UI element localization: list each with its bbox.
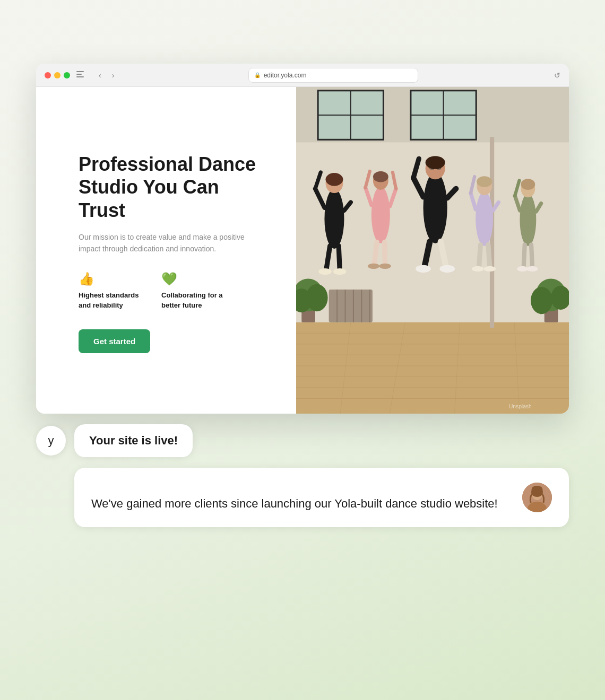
svg-point-81	[521, 179, 535, 190]
feature-item-2: 💚 Collaborating for a better future	[161, 272, 225, 310]
svg-point-79	[520, 194, 536, 246]
url-text: editor.yola.com	[264, 72, 307, 79]
svg-line-76	[488, 245, 490, 268]
svg-point-61	[426, 156, 445, 169]
forward-button[interactable]: ›	[110, 71, 117, 80]
back-button[interactable]: ‹	[97, 71, 103, 80]
svg-point-44	[333, 268, 347, 275]
website-right-panel: Unsplash	[296, 87, 569, 414]
minimize-button[interactable]	[54, 72, 60, 78]
svg-point-71	[477, 176, 492, 187]
svg-point-47	[373, 171, 388, 182]
svg-point-67	[416, 265, 431, 273]
close-button[interactable]	[45, 72, 51, 78]
svg-point-27	[531, 287, 552, 314]
svg-line-53	[385, 242, 385, 265]
svg-point-54	[368, 264, 380, 269]
svg-line-75	[479, 245, 480, 268]
site-live-text: Your site is live!	[89, 434, 178, 447]
svg-point-55	[379, 264, 391, 269]
features-row: 👍 Highest standards and reliability 💚 Co…	[79, 272, 264, 310]
svg-point-78	[484, 266, 496, 272]
sidebar-toggle-icon[interactable]	[76, 71, 88, 80]
svg-point-43	[318, 268, 332, 275]
site-live-bubble: Your site is live!	[74, 424, 193, 457]
dance-scene-image: Unsplash	[296, 87, 569, 414]
browser-content: Professional Dance Studio You Can Trust …	[36, 87, 569, 414]
page-title: Professional Dance Studio You Can Trust	[79, 153, 264, 222]
svg-line-52	[374, 242, 377, 265]
browser-window: ‹ › 🔒 editor.yola.com ↺ Professional Dan…	[36, 64, 569, 414]
svg-point-56	[424, 172, 447, 243]
chat-area: y Your site is live! We've gained more c…	[36, 424, 569, 527]
feature-label-2: Collaborating for a better future	[161, 291, 225, 310]
svg-line-85	[524, 245, 525, 268]
browser-titlebar: ‹ › 🔒 editor.yola.com ↺	[36, 64, 569, 87]
traffic-lights	[45, 72, 70, 78]
get-started-button[interactable]: Get started	[79, 329, 150, 353]
svg-point-69	[476, 191, 493, 246]
svg-point-87	[517, 266, 528, 272]
yola-letter: y	[48, 434, 54, 448]
svg-text:Unsplash: Unsplash	[509, 404, 532, 409]
address-bar[interactable]: 🔒 editor.yola.com	[248, 68, 418, 83]
svg-point-77	[472, 266, 484, 272]
maximize-button[interactable]	[64, 72, 70, 78]
reload-button[interactable]: ↺	[554, 71, 560, 80]
notification-row: y Your site is live!	[36, 424, 569, 457]
svg-point-88	[527, 266, 538, 272]
lock-icon: 🔒	[254, 72, 261, 78]
svg-point-37	[326, 173, 343, 186]
svg-point-68	[439, 265, 455, 273]
yola-avatar: y	[36, 426, 66, 456]
user-avatar	[522, 483, 552, 512]
svg-rect-29	[329, 290, 373, 322]
feature-item-1: 👍 Highest standards and reliability	[79, 272, 142, 310]
address-bar-wrapper: 🔒 editor.yola.com	[123, 68, 543, 83]
svg-point-35	[324, 189, 344, 249]
svg-point-45	[371, 187, 390, 243]
testimonial-bubble: We've gained more clients since launchin…	[74, 468, 569, 527]
thumbs-up-icon: 👍	[79, 272, 142, 286]
svg-line-86	[531, 245, 532, 268]
page-subtitle: Our mission is to create value and make …	[79, 231, 264, 255]
testimonial-text: We've gained more clients since launchin…	[91, 495, 522, 512]
heart-icon: 💚	[161, 272, 225, 286]
website-left-panel: Professional Dance Studio You Can Trust …	[36, 87, 296, 414]
svg-rect-2	[296, 322, 569, 414]
svg-point-24	[306, 284, 328, 311]
svg-line-42	[339, 246, 340, 270]
feature-label-1: Highest standards and reliability	[79, 291, 142, 310]
